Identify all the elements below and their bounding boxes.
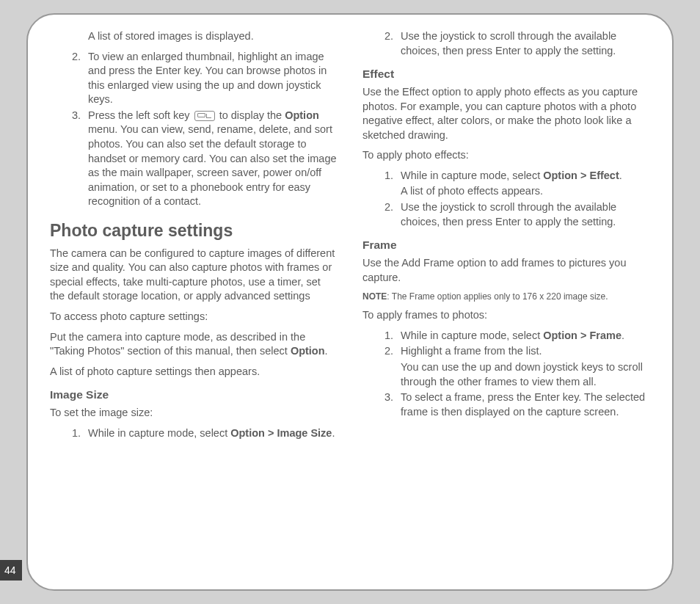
capture-mode-instruction: Put the camera into capture mode, as des… [50,330,338,359]
heading-photo-capture-settings: Photo capture settings [50,219,338,242]
image-size-steps-cont: Use the joystick to scroll through the a… [362,29,650,58]
heading-frame: Frame [362,238,650,253]
frame-step-2: Highlight a frame from the list. You can… [396,344,650,389]
option-effect-bold: Option > Effect [543,170,619,181]
heading-effect: Effect [362,67,650,82]
image-size-intro: To set the image size: [50,406,338,421]
text: . [325,345,328,357]
capture-settings-access: To access photo capture settings: [50,310,338,324]
effect-desc: Use the Effect option to apply photo eff… [362,85,650,142]
effect-step-2: Use the joystick to scroll through the a… [396,200,650,229]
frame-desc: Use the Add Frame option to add frames t… [362,256,650,285]
text: Highlight a frame from the list. [401,345,542,357]
option-image-size-bold: Option > Image Size [230,427,332,439]
note-label: NOTE [362,291,387,302]
image-size-step-1: While in capture mode, select Option > I… [84,426,338,441]
left-column: A list of stored images is displayed. To… [50,29,338,579]
left-soft-key-icon [194,111,215,121]
manual-page: A list of stored images is displayed. To… [26,13,674,591]
image-size-step-2: Use the joystick to scroll through the a… [396,29,650,58]
image-size-steps: While in capture mode, select Option > I… [50,426,338,441]
text: While in capture mode, select [401,330,543,341]
step-option-menu: Press the left soft key to display the O… [84,109,338,209]
text: While in capture mode, select [401,170,543,181]
text: Press the left soft key [88,109,193,121]
view-photos-steps: To view an enlarged thumbnail, highlight… [50,50,338,209]
effect-step-1-sub: A list of photo effects appears. [401,184,650,199]
heading-image-size: Image Size [50,387,338,403]
frame-steps: While in capture mode, select Option > F… [362,329,650,419]
page-number: 44 [0,560,22,581]
stored-images-line: A list of stored images is displayed. [50,29,338,44]
option-bold: Option [285,109,319,121]
effect-step-1: While in capture mode, select Option > E… [396,169,650,199]
frame-step-3: To select a frame, press the Enter key. … [396,390,650,419]
frame-step-2-sub: You can use the up and down joystick key… [401,360,650,389]
text: . [619,170,622,181]
text: While in capture mode, select [88,427,230,439]
settings-list-appears: A list of photo capture settings then ap… [50,365,338,379]
frame-note: NOTE: The Frame option applies only to 1… [362,291,650,302]
two-column-layout: A list of stored images is displayed. To… [50,29,650,579]
option-frame-bold: Option > Frame [543,330,621,341]
frame-intro: To apply frames to photos: [362,308,650,323]
text: . [621,330,624,341]
text: . [332,427,335,439]
frame-step-1: While in capture mode, select Option > F… [396,329,650,343]
right-column: Use the joystick to scroll through the a… [362,29,650,579]
text: Put the camera into capture mode, as des… [50,331,305,357]
option-bold: Option [291,345,325,357]
text: to display the [216,109,285,121]
capture-settings-desc: The camera can be configured to capture … [50,247,338,304]
effect-steps: While in capture mode, select Option > E… [362,169,650,229]
effect-intro: To apply photo effects: [362,148,650,163]
text: menu. You can view, send, rename, delete… [88,123,337,207]
note-text: : The Frame option applies only to 176 x… [387,291,608,302]
step-enlarged-thumbnail: To view an enlarged thumbnail, highlight… [84,50,338,107]
